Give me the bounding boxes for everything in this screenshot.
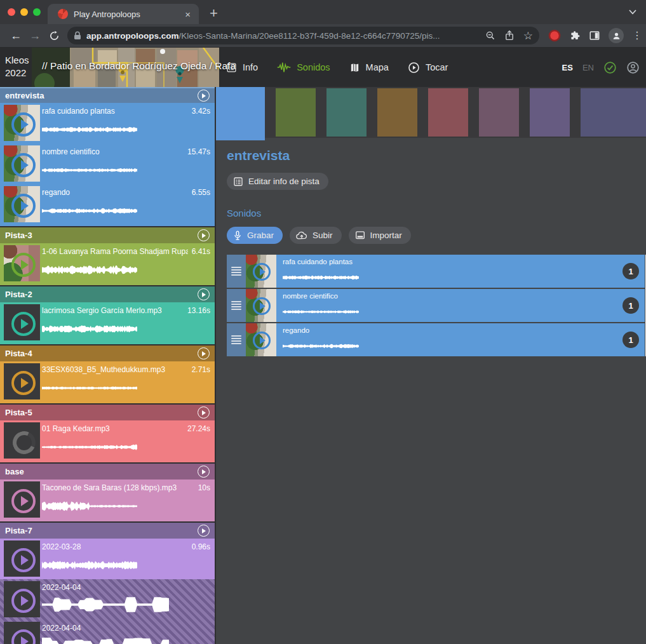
breadcrumb[interactable]: // Patio en Bordador Rodríguez Ojeda / R…	[42, 60, 236, 72]
play-icon[interactable]	[11, 194, 36, 218]
import-button[interactable]: Importar	[349, 227, 411, 244]
app-logo[interactable]: Kleos 2022	[5, 54, 29, 80]
track-tile-pista-4[interactable]	[377, 88, 417, 137]
sound-row[interactable]: regando6.55s	[0, 184, 215, 225]
play-icon[interactable]	[11, 548, 36, 572]
play-icon[interactable]	[11, 371, 36, 395]
track-tile-pista-5[interactable]	[428, 88, 468, 137]
play-icon[interactable]	[253, 297, 271, 315]
sound-thumbnail[interactable]	[4, 304, 40, 340]
drag-handle[interactable]	[227, 323, 246, 356]
lang-es-button[interactable]: ES	[562, 63, 573, 72]
tab-close-icon[interactable]: ×	[183, 9, 192, 20]
sound-thumbnail[interactable]	[4, 105, 40, 141]
play-track-icon[interactable]	[198, 229, 210, 241]
sound-row[interactable]: 2022-04-04	[0, 579, 215, 620]
tab-sonidos[interactable]: Sonidos	[277, 62, 330, 73]
play-track-icon[interactable]	[198, 406, 210, 419]
play-icon[interactable]	[253, 263, 271, 281]
address-bar[interactable]: app.antropoloops.com/Kleos-Santa-Marina/…	[67, 27, 539, 44]
play-track-icon[interactable]	[198, 525, 210, 537]
sound-duration: 6.55s	[192, 188, 210, 197]
sound-row[interactable]: 33ESX6038_B5_Muthedukkum.mp32.71s	[0, 361, 215, 402]
track-header[interactable]: Pista-4	[0, 345, 215, 361]
bookmark-star-icon[interactable]: ☆	[523, 30, 533, 41]
extensions-puzzle-icon[interactable]	[569, 30, 581, 41]
share-icon[interactable]	[504, 30, 515, 41]
track-header[interactable]: base	[0, 464, 215, 480]
browser-profile-avatar[interactable]	[609, 28, 624, 43]
sound-thumbnail[interactable]	[246, 255, 276, 288]
upload-button[interactable]: Subir	[290, 227, 342, 244]
record-extension-icon[interactable]	[548, 29, 561, 42]
drag-handle[interactable]	[227, 289, 246, 322]
sound-list-row[interactable]: nombre cientifico 1	[227, 289, 645, 322]
sound-thumbnail[interactable]	[4, 481, 40, 518]
track-tile-pista-2[interactable]	[326, 88, 367, 137]
sound-thumbnail[interactable]	[4, 581, 40, 617]
sound-thumbnail[interactable]	[246, 323, 276, 356]
saved-check-icon[interactable]	[603, 61, 617, 74]
sound-thumbnail[interactable]	[4, 622, 40, 644]
play-track-icon[interactable]	[198, 288, 210, 300]
zoom-out-page-icon[interactable]	[485, 30, 495, 41]
edit-track-info-button[interactable]: Editar info de pista	[227, 173, 328, 190]
sound-row[interactable]: 1-06 Lavanya Rama Poorna Shadjam Rupak..…	[0, 243, 215, 284]
sound-thumbnail[interactable]	[4, 145, 40, 182]
tab-mapa[interactable]: Mapa	[349, 62, 389, 73]
sound-thumbnail[interactable]	[4, 186, 40, 222]
play-icon[interactable]	[253, 332, 271, 349]
sound-thumbnail[interactable]	[246, 289, 276, 322]
account-icon[interactable]	[626, 61, 640, 74]
minimize-window-button[interactable]	[20, 8, 28, 16]
sound-row[interactable]: nombre cientifico15.47s	[0, 144, 215, 184]
track-tile-pista-7[interactable]	[530, 88, 570, 137]
back-button[interactable]: ←	[6, 29, 25, 43]
tab-tocar[interactable]: Tocar	[408, 62, 448, 74]
reload-button[interactable]	[44, 30, 64, 41]
close-window-button[interactable]	[8, 8, 15, 16]
tab-list-chevron-icon[interactable]	[628, 9, 637, 15]
lang-en-button[interactable]: EN	[582, 63, 594, 72]
sound-thumbnail[interactable]	[4, 245, 40, 281]
track-tile-8[interactable]	[581, 88, 646, 137]
sound-row[interactable]: 2022-04-04	[0, 620, 215, 644]
play-track-icon[interactable]	[198, 90, 210, 102]
track-header[interactable]: Pista-7	[0, 523, 215, 539]
play-icon[interactable]	[11, 489, 36, 513]
track-header[interactable]: Pista-5	[0, 405, 215, 420]
new-tab-button[interactable]: +	[210, 5, 218, 22]
play-track-icon[interactable]	[198, 347, 210, 359]
play-icon[interactable]	[11, 312, 36, 336]
browser-menu-kebab-icon[interactable]: ⋮	[632, 30, 638, 41]
zoom-window-button[interactable]	[33, 8, 41, 16]
sound-row[interactable]: lacrimosa Sergio García Merlo.mp313.16s	[0, 302, 215, 343]
track-header[interactable]: entrevista	[0, 87, 215, 103]
play-icon[interactable]	[11, 112, 36, 137]
play-icon[interactable]	[11, 589, 36, 613]
sound-row[interactable]: 2022-03-280.96s	[0, 539, 215, 579]
sound-row[interactable]: rafa cuidando plantas3.42s	[0, 103, 215, 144]
sound-name: 1-06 Lavanya Rama Poorna Shadjam Rupak..…	[42, 247, 188, 256]
play-track-icon[interactable]	[198, 466, 210, 478]
sound-list-row[interactable]: regando 1	[227, 323, 645, 356]
sound-thumbnail[interactable]	[4, 422, 40, 459]
browser-tab[interactable]: Play Antropoloops ×	[48, 4, 199, 24]
sound-list-row[interactable]: rafa cuidando plantas 1	[227, 255, 645, 288]
play-icon[interactable]	[11, 153, 36, 177]
drag-handle[interactable]	[227, 255, 246, 288]
sound-thumbnail[interactable]	[4, 363, 40, 399]
sound-row[interactable]: 01 Raga Kedar.mp327.24s	[0, 420, 215, 461]
track-header[interactable]: Pista-2	[0, 286, 215, 302]
track-header[interactable]: Pista-3	[0, 227, 215, 243]
track-tile-base[interactable]	[479, 88, 519, 137]
side-panel-icon[interactable]	[589, 30, 600, 41]
sound-thumbnail[interactable]	[4, 540, 40, 577]
play-icon[interactable]	[11, 253, 36, 277]
track-tile-entrevista[interactable]	[216, 87, 265, 140]
record-button[interactable]: Grabar	[227, 227, 283, 244]
track-tile-pista-3[interactable]	[276, 88, 316, 137]
forward-button[interactable]: →	[25, 29, 44, 43]
play-icon[interactable]	[11, 629, 36, 644]
sound-row[interactable]: Taconeo de Sara Baras (128 kbps).mp310s	[0, 480, 215, 520]
